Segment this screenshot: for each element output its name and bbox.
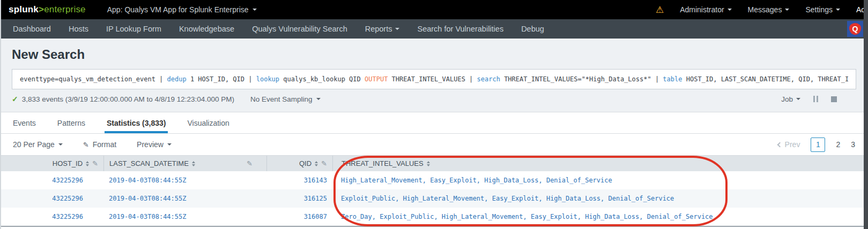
nav-item-ip-lookup-form[interactable]: IP Lookup Form — [106, 25, 161, 33]
query-token: eventtype=qualys_vm_detection_event | — [20, 75, 167, 83]
nav-item-debug[interactable]: Debug — [521, 25, 544, 33]
search-header-section: New Search eventtype=qualys_vm_detection… — [0, 39, 868, 112]
format-label: Format — [93, 140, 116, 149]
cell-qid[interactable]: 316143 — [266, 177, 332, 184]
table-controls-row: 20 Per Page Format Preview Prev 1 2 3 — [0, 134, 868, 155]
preview-menu[interactable]: Preview — [137, 140, 172, 149]
cell-last-scan-datetime[interactable]: 2019-04-03T08:44:55Z — [103, 177, 266, 184]
column-label: HOST_ID — [53, 159, 83, 167]
cell-host-id[interactable]: 43225296 — [0, 213, 103, 220]
tab-statistics[interactable]: Statistics (3,833) — [107, 112, 166, 133]
logo-gt: > — [39, 4, 44, 14]
column-header-threat-intel-values[interactable]: THREAT_INTEL_VALUES — [332, 156, 868, 171]
stop-job-icon[interactable] — [831, 96, 837, 102]
qualys-logo-icon[interactable]: Q — [847, 21, 863, 37]
query-token-command: table — [663, 75, 682, 83]
nav-item-qualys-vulnerability-search[interactable]: Qualys Vulnerability Search — [252, 25, 347, 33]
event-sampling-menu[interactable]: No Event Sampling — [250, 95, 321, 103]
table-row: 43225296 2019-04-03T08:44:55Z 316143 Hig… — [0, 171, 868, 189]
tab-label: Statistics (3,833) — [107, 119, 166, 127]
cell-threat-intel-values[interactable]: Zero_Day, Exploit_Public, High_Lateral_M… — [332, 213, 868, 220]
top-bar: splunk>enterprise App: Qualys VM App for… — [0, 0, 868, 19]
page-button-3[interactable]: 3 — [851, 140, 855, 149]
chevron-down-icon — [836, 9, 840, 11]
prev-page-button[interactable]: Prev — [778, 140, 800, 149]
chevron-left-icon — [777, 142, 782, 147]
column-label: LAST_SCAN_DATETIME — [109, 159, 189, 167]
sort-icon[interactable] — [192, 161, 195, 166]
table-row: 43225296 2019-04-03T08:44:55Z 316087 Zer… — [0, 208, 868, 226]
sort-icon[interactable] — [315, 161, 318, 166]
chevron-down-icon — [796, 98, 800, 100]
preview-label: Preview — [137, 140, 164, 149]
warning-icon[interactable] — [656, 5, 664, 14]
window-left-edge — [0, 0, 1, 229]
cell-host-id[interactable]: 43225296 — [0, 195, 103, 202]
job-status-row: 3,833 events (3/9/19 12:00:00.000 AM to … — [12, 95, 856, 103]
nav-label: Dashboard — [13, 25, 51, 33]
spl-query: eventtype=qualys_vm_detection_event | de… — [20, 75, 848, 83]
sort-icon[interactable] — [427, 161, 430, 166]
splunk-logo[interactable]: splunk>enterprise — [9, 4, 86, 15]
column-header-last-scan-datetime[interactable]: LAST_SCAN_DATETIME — [103, 156, 266, 171]
job-menu[interactable]: Job — [781, 95, 800, 103]
messages-menu[interactable]: Messages — [748, 5, 790, 14]
messages-label: Messages — [748, 5, 782, 14]
event-count-summary: 3,833 events (3/9/19 12:00:00.000 AM to … — [22, 95, 234, 103]
chevron-down-icon — [785, 9, 789, 11]
tab-patterns[interactable]: Patterns — [57, 112, 85, 133]
settings-menu[interactable]: Settings — [805, 5, 840, 14]
nav-item-reports[interactable]: Reports — [365, 25, 400, 33]
query-token-command: dedup — [167, 75, 187, 83]
tab-events[interactable]: Events — [13, 112, 36, 133]
search-input[interactable]: eventtype=qualys_vm_detection_event | de… — [12, 69, 856, 89]
query-token-modifier: OUTPUT — [365, 75, 388, 83]
cell-threat-intel-values[interactable]: High_Lateral_Movement, Easy_Exploit, Hig… — [332, 177, 868, 184]
nav-label: Hosts — [69, 25, 88, 33]
chevron-down-icon — [167, 143, 172, 146]
cell-qid[interactable]: 316125 — [266, 195, 332, 202]
cell-last-scan-datetime[interactable]: 2019-04-03T08:44:55Z — [103, 195, 266, 202]
tab-visualization[interactable]: Visualization — [187, 112, 229, 133]
tab-label: Patterns — [57, 119, 85, 127]
pause-job-icon[interactable] — [813, 96, 818, 102]
splunk-search-page: splunk>enterprise App: Qualys VM App for… — [0, 0, 868, 229]
query-token-command: lookup — [256, 75, 279, 83]
app-nav-bar: Dashboard Hosts IP Lookup Form Knowledge… — [0, 19, 868, 39]
nav-item-dashboard[interactable]: Dashboard — [13, 25, 51, 33]
nav-item-knowledgebase[interactable]: Knowledgebase — [179, 25, 234, 33]
format-button[interactable]: Format — [83, 140, 116, 149]
query-token: 1 HOST_ID, QID | — [187, 75, 256, 83]
settings-label: Settings — [805, 5, 833, 14]
query-token-command: search — [477, 75, 500, 83]
query-token: qualys_kb_lookup QID — [279, 75, 365, 83]
administrator-menu[interactable]: Administrator — [680, 5, 731, 14]
topbar-right: Administrator Messages Settings Activity — [656, 5, 868, 14]
cell-host-id[interactable]: 43225296 — [0, 177, 103, 184]
page-button-1[interactable]: 1 — [811, 138, 825, 152]
edit-column-pencil-icon[interactable] — [321, 159, 327, 167]
results-table: HOST_ID LAST_SCAN_DATETIME QID THREAT_IN… — [0, 155, 868, 227]
chevron-down-icon — [58, 143, 63, 146]
per-page-menu[interactable]: 20 Per Page — [13, 140, 63, 149]
cell-threat-intel-values[interactable]: Exploit_Public, High_Lateral_Movement, E… — [332, 195, 868, 202]
nav-item-search-for-vulnerabilities[interactable]: Search for Vulnerabilities — [417, 25, 503, 33]
qualys-shield-icon: Q — [849, 23, 861, 35]
page-button-2[interactable]: 2 — [836, 140, 840, 149]
page-title: New Search — [12, 47, 856, 62]
nav-label: Debug — [521, 25, 544, 33]
column-header-qid[interactable]: QID — [266, 156, 332, 171]
window-right-edge — [864, 0, 868, 229]
chevron-down-icon — [728, 9, 732, 11]
sort-icon[interactable] — [86, 161, 89, 166]
column-header-host-id[interactable]: HOST_ID — [0, 156, 103, 171]
cell-last-scan-datetime[interactable]: 2019-04-03T08:44:55Z — [103, 213, 266, 220]
app-menu[interactable]: App: Qualys VM App for Splunk Enterprise — [107, 5, 257, 14]
column-label: THREAT_INTEL_VALUES — [342, 159, 424, 167]
edit-column-pencil-icon[interactable] — [247, 159, 253, 167]
event-sampling-label: No Event Sampling — [250, 95, 313, 103]
cell-qid[interactable]: 316087 — [266, 213, 332, 220]
nav-item-hosts[interactable]: Hosts — [69, 25, 88, 33]
edit-column-pencil-icon[interactable] — [92, 159, 98, 167]
pencil-icon — [83, 140, 89, 149]
